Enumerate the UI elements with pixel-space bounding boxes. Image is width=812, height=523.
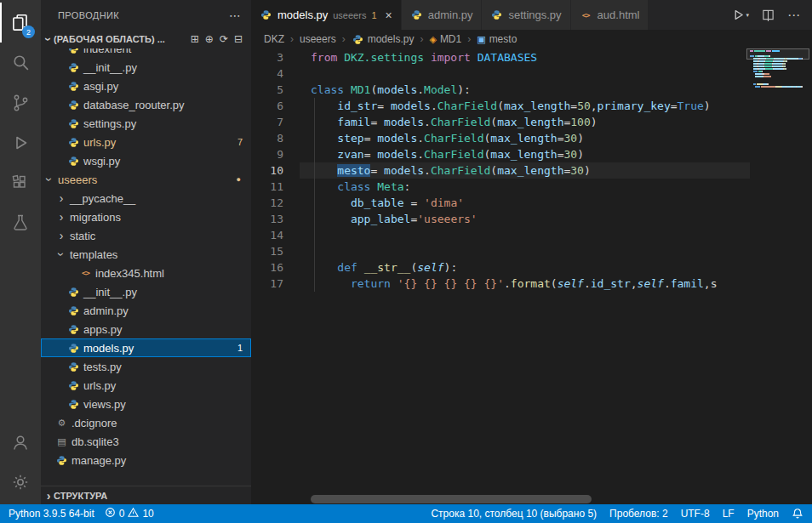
breadcrumb-item-md1[interactable]: ◈MD1 bbox=[429, 33, 461, 45]
tree-item-dcignore[interactable]: ⚙.dcignore bbox=[41, 413, 251, 432]
breadcrumb-item-dkz[interactable]: DKZ bbox=[264, 33, 284, 45]
bell-icon[interactable] bbox=[792, 508, 803, 520]
line-number: 11 bbox=[251, 179, 300, 195]
line-number: 7 bbox=[251, 114, 300, 130]
tree-item-urls-py[interactable]: urls.py7 bbox=[41, 133, 251, 151]
refresh-icon[interactable]: ⟳ bbox=[220, 33, 228, 45]
problems-status[interactable]: 010 bbox=[105, 507, 154, 520]
activity-source-control-icon[interactable] bbox=[0, 82, 41, 122]
chevron-down-icon: › bbox=[43, 174, 55, 185]
indentation[interactable]: Пробелов: 2 bbox=[609, 508, 668, 520]
python-file-icon bbox=[67, 361, 80, 372]
code-line-9: 9 zvan= models.CharField(max_length=30) bbox=[251, 146, 750, 162]
python-file-icon bbox=[55, 455, 68, 466]
code-text bbox=[300, 65, 311, 82]
tree-item-asgi-py[interactable]: asgi.py bbox=[41, 77, 251, 95]
explorer-sidebar: ПРОВОДНИК ⋯ › (РАБОЧАЯ ОБЛАСТЬ) ... ⊞⊕⟳⊟… bbox=[41, 0, 251, 504]
line-number: 13 bbox=[251, 211, 300, 227]
python-file-icon bbox=[67, 137, 80, 148]
chevron-right-icon: › bbox=[56, 211, 66, 223]
minimap-slider[interactable] bbox=[746, 48, 809, 60]
tree-item-database-roouter-py[interactable]: database_roouter.py bbox=[41, 95, 251, 114]
encoding[interactable]: UTF-8 bbox=[681, 508, 710, 520]
horizontal-scrollbar[interactable] bbox=[311, 495, 592, 503]
tree-item-models-py[interactable]: models.py1 bbox=[41, 338, 251, 357]
vscode-window: 2 ПРОВОДНИК ⋯ › (РАБОЧАЯ ОБЛАСТЬ) ... ⊞⊕… bbox=[0, 0, 812, 523]
close-icon[interactable]: × bbox=[386, 9, 392, 22]
code-line-3: 3from DKZ.settings import DATABASES bbox=[251, 49, 750, 65]
eol[interactable]: LF bbox=[723, 508, 735, 520]
new-file-icon[interactable]: ⊞ bbox=[191, 33, 199, 45]
code-text: db_table = 'dima' bbox=[300, 195, 464, 211]
breadcrumb-item-models-py[interactable]: models.py bbox=[352, 33, 415, 45]
activity-testing-icon[interactable] bbox=[0, 202, 41, 242]
tree-item-apps-py[interactable]: apps.py bbox=[41, 320, 251, 338]
tree-item-init-py[interactable]: __init__.py bbox=[41, 282, 251, 301]
html-file-icon: <> bbox=[79, 269, 92, 277]
tree-item-init-py[interactable]: __init__.py bbox=[41, 58, 251, 77]
activity-search-icon[interactable] bbox=[0, 43, 41, 82]
tree-item-index345-html[interactable]: <>index345.html bbox=[41, 264, 251, 282]
tree-item-indexnent[interactable]: indexnent bbox=[41, 48, 251, 58]
more-actions-icon[interactable]: ⋯ bbox=[787, 8, 800, 23]
code-line-7: 7 famil= models.CharField(max_length=100… bbox=[251, 114, 750, 130]
code-text bbox=[300, 243, 311, 259]
activity-account-icon[interactable] bbox=[0, 422, 41, 462]
workspace-section-header[interactable]: › (РАБОЧАЯ ОБЛАСТЬ) ... ⊞⊕⟳⊟ bbox=[41, 30, 251, 48]
tree-item-admin-py[interactable]: admin.py bbox=[41, 301, 251, 320]
python-file-icon bbox=[67, 118, 80, 129]
collapse-all-icon[interactable]: ⊟ bbox=[234, 33, 243, 45]
code-line-14: 14 bbox=[251, 227, 750, 243]
tree-item-db-sqlite3[interactable]: ▤db.sqlite3 bbox=[41, 432, 251, 451]
tree-item-settings-py[interactable]: settings.py bbox=[41, 114, 251, 133]
activity-explorer-icon[interactable]: 2 bbox=[0, 3, 41, 43]
new-folder-icon[interactable]: ⊕ bbox=[205, 33, 214, 45]
tree-item-tests-py[interactable]: tests.py bbox=[41, 357, 251, 376]
tree-item-label: .dcignore bbox=[71, 417, 117, 429]
tree-item-templates[interactable]: ›templates bbox=[41, 245, 251, 264]
tab-aud-html[interactable]: <>aud.html bbox=[571, 0, 649, 30]
tree-item-urls-py[interactable]: urls.py bbox=[41, 376, 251, 395]
tree-item-static[interactable]: ›static bbox=[41, 226, 251, 245]
tab-admin-py[interactable]: admin.py bbox=[402, 0, 483, 30]
tree-item-views-py[interactable]: views.py bbox=[41, 395, 251, 413]
python-file-icon bbox=[410, 9, 423, 20]
breadcrumb-item-mesto[interactable]: ▣mesto bbox=[477, 33, 517, 45]
activity-extensions-icon[interactable] bbox=[0, 162, 41, 202]
tree-item-label: urls.py bbox=[83, 136, 116, 149]
code-line-11: 11 class Meta: bbox=[251, 179, 750, 195]
cursor-position[interactable]: Строка 10, столбец 10 (выбрано 5) bbox=[431, 508, 597, 520]
split-editor-icon[interactable] bbox=[762, 9, 775, 21]
activity-bar-bottom bbox=[0, 422, 41, 502]
tree-item-wsgi-py[interactable]: wsgi.py bbox=[41, 151, 251, 170]
breadcrumb-item-useeers[interactable]: useeers bbox=[300, 33, 336, 45]
tree-item-manage-py[interactable]: manage.py bbox=[41, 451, 251, 469]
error-icon bbox=[105, 507, 116, 520]
tab-settings-py[interactable]: settings.py bbox=[482, 0, 570, 30]
python-version[interactable]: Python 3.9.5 64-bit bbox=[9, 508, 94, 520]
python-file-icon bbox=[67, 48, 80, 54]
tree-item-useeers[interactable]: ›useeers● bbox=[41, 170, 251, 189]
line-number: 6 bbox=[251, 98, 300, 114]
activity-settings-icon[interactable] bbox=[0, 462, 41, 502]
run-icon[interactable]: ▾ bbox=[732, 9, 749, 21]
tree-item-label: migrations bbox=[70, 211, 121, 224]
tree-item-label: manage.py bbox=[71, 454, 126, 467]
tree-item-label: __pycache__ bbox=[70, 192, 135, 205]
warning-count: 10 bbox=[142, 508, 153, 520]
tree-item-label: static bbox=[70, 230, 95, 242]
outline-section-header[interactable]: › СТРУКТУРА bbox=[41, 486, 251, 504]
tab-models-py[interactable]: models.pyuseeers1× bbox=[251, 0, 402, 30]
tree-item-pycache[interactable]: ›__pycache__ bbox=[41, 189, 251, 207]
warning-icon bbox=[128, 507, 139, 520]
tree-item-migrations[interactable]: ›migrations bbox=[41, 207, 251, 226]
line-number: 4 bbox=[251, 65, 300, 82]
breadcrumb-label: mesto bbox=[489, 33, 518, 45]
activity-run-debug-icon[interactable] bbox=[0, 122, 41, 162]
more-actions-icon[interactable]: ⋯ bbox=[229, 9, 241, 22]
database-file-icon: ▤ bbox=[55, 436, 68, 447]
language-mode[interactable]: Python bbox=[747, 508, 779, 520]
python-file-icon bbox=[490, 9, 503, 20]
code-editor[interactable]: 3from DKZ.settings import DATABASES45cla… bbox=[251, 48, 812, 504]
config-file-icon: ⚙ bbox=[55, 418, 68, 429]
